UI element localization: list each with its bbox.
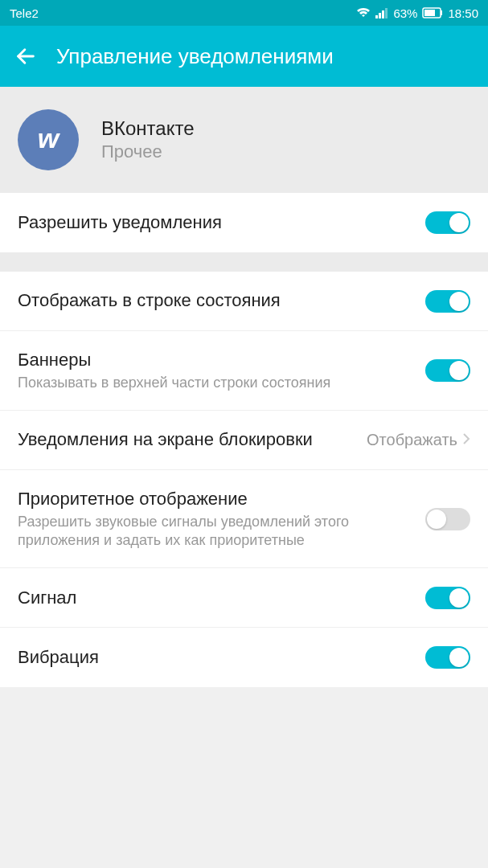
svg-rect-3 [385,8,388,18]
setting-title: Отображать в строке состояния [18,289,412,313]
app-category: Прочее [101,141,195,162]
setting-title: Разрешить уведомления [18,211,412,235]
header: Управление уведомлениями [0,26,488,87]
banners-toggle[interactable] [425,359,470,382]
vibration-toggle[interactable] [425,646,470,669]
sound-row[interactable]: Сигнал [0,568,488,628]
lock-screen-value: Отображать [367,431,457,449]
separator [0,252,488,272]
setting-subtitle: Показывать в верхней части строки состоя… [18,374,412,392]
page-title: Управление уведомлениями [56,44,334,69]
app-info-section: w ВКонтакте Прочее [0,87,488,193]
svg-text:w: w [38,123,61,154]
sound-toggle[interactable] [425,587,470,609]
svg-rect-1 [379,13,381,18]
svg-rect-5 [441,10,442,15]
status-bar-row[interactable]: Отображать в строке состояния [0,272,488,331]
vibration-row[interactable]: Вибрация [0,628,488,687]
battery-percent: 63% [393,6,417,20]
svg-rect-0 [375,15,378,18]
carrier-label: Tele2 [10,6,39,20]
status-bar-toggle[interactable] [425,290,470,313]
status-bar: Tele2 63% 18:50 [0,0,488,26]
lock-screen-row[interactable]: Уведомления на экране блокировки Отображ… [0,411,488,470]
banners-row[interactable]: Баннеры Показывать в верхней части строк… [0,331,488,411]
setting-title: Сигнал [18,587,412,610]
time-label: 18:50 [448,6,478,20]
allow-notifications-toggle[interactable] [425,211,470,234]
battery-icon [422,7,443,18]
signal-icon [375,7,388,18]
svg-rect-6 [424,10,435,16]
setting-title: Уведомления на экране блокировки [18,428,354,452]
allow-notifications-row[interactable]: Разрешить уведомления [0,193,488,252]
chevron-right-icon [462,431,470,449]
setting-subtitle: Разрешить звуковые сигналы уведомлений э… [18,513,412,551]
svg-rect-2 [382,10,384,18]
app-icon: w [18,109,79,170]
setting-title: Приоритетное отображение [18,488,412,511]
priority-row[interactable]: Приоритетное отображение Разрешить звуко… [0,470,488,568]
app-name: ВКонтакте [101,117,195,140]
wifi-icon [356,7,371,18]
settings-list: Отображать в строке состояния Баннеры По… [0,272,488,687]
priority-toggle[interactable] [425,508,470,530]
back-button[interactable] [14,45,37,68]
setting-title: Вибрация [18,646,412,669]
setting-title: Баннеры [18,349,412,372]
settings-list: Разрешить уведомления [0,193,488,252]
